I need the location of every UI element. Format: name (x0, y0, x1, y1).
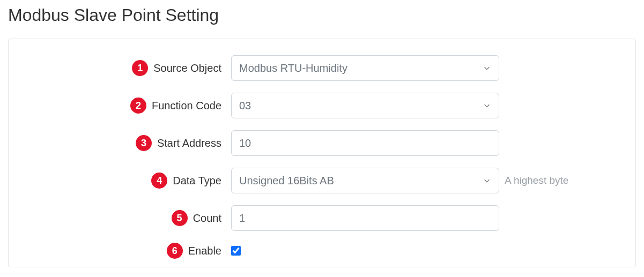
step-badge-1: 1 (132, 60, 148, 76)
label-col: 5 Count (19, 210, 231, 226)
control-col (231, 205, 499, 231)
row-source-object: 1 Source Object Modbus RTU-Humidity (19, 55, 625, 81)
row-enable: 6 Enable (19, 243, 625, 259)
label-col: 6 Enable (19, 243, 231, 259)
function-code-select[interactable]: 03 (231, 93, 499, 118)
label-source-object: Source Object (153, 62, 221, 74)
step-badge-5: 5 (172, 210, 188, 226)
label-col: 2 Function Code (19, 98, 231, 114)
row-count: 5 Count (19, 205, 625, 231)
step-badge-3: 3 (136, 135, 152, 151)
select-wrap-data-type: Unsigned 16Bits AB (231, 168, 499, 193)
step-badge-4: 4 (151, 173, 167, 189)
label-enable: Enable (188, 245, 221, 257)
row-data-type: 4 Data Type Unsigned 16Bits AB A highest… (19, 168, 625, 193)
row-function-code: 2 Function Code 03 (19, 93, 625, 118)
label-data-type: Data Type (173, 175, 221, 187)
select-wrap-function-code: 03 (231, 93, 499, 118)
data-type-select[interactable]: Unsigned 16Bits AB (231, 168, 499, 193)
label-col: 1 Source Object (19, 60, 231, 76)
data-type-hint: A highest byte (505, 175, 568, 186)
step-badge-2: 2 (130, 98, 146, 114)
control-col: Unsigned 16Bits AB A highest byte (231, 168, 568, 193)
count-input[interactable] (231, 205, 499, 231)
page-title: Modbus Slave Point Setting (8, 5, 636, 25)
row-start-address: 3 Start Address (19, 130, 625, 156)
label-col: 3 Start Address (19, 135, 231, 151)
label-count: Count (193, 212, 221, 224)
control-col: 03 (231, 93, 499, 118)
start-address-input[interactable] (231, 130, 499, 156)
enable-checkbox[interactable] (231, 246, 241, 256)
source-object-select[interactable]: Modbus RTU-Humidity (231, 55, 499, 81)
control-col (231, 246, 241, 256)
select-wrap-source-object: Modbus RTU-Humidity (231, 55, 499, 81)
control-col: Modbus RTU-Humidity (231, 55, 499, 81)
label-col: 4 Data Type (19, 173, 231, 189)
step-badge-6: 6 (167, 243, 183, 259)
control-col (231, 130, 499, 156)
label-start-address: Start Address (157, 137, 221, 149)
label-function-code: Function Code (152, 100, 221, 112)
form-panel: 1 Source Object Modbus RTU-Humidity 2 Fu… (8, 39, 636, 267)
